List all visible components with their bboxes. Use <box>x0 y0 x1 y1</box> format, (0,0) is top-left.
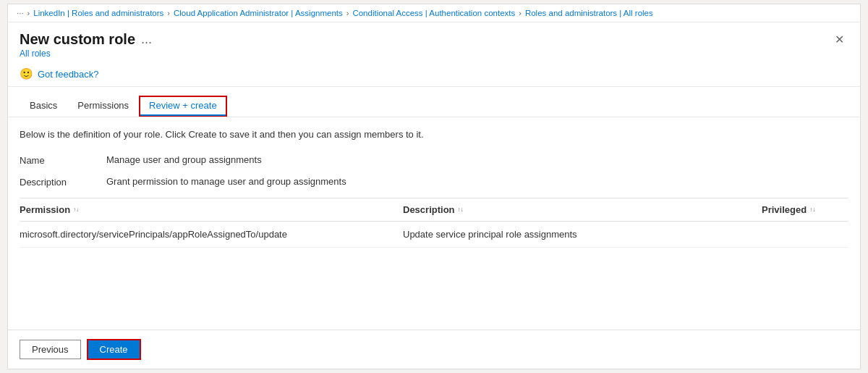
permission-sort-icon: ↑↓ <box>73 207 79 213</box>
close-button[interactable]: ✕ <box>830 31 848 48</box>
permission-column-header[interactable]: Permission ↑↓ <box>20 204 403 215</box>
description-column-header[interactable]: Description ↑↓ <box>403 204 762 215</box>
table-header: Permission ↑↓ Description ↑↓ Privileged … <box>20 198 848 222</box>
tab-review-create[interactable]: Review + create <box>139 96 227 117</box>
tab-permissions[interactable]: Permissions <box>67 96 139 117</box>
privileged-sort-icon: ↑↓ <box>809 207 815 213</box>
name-label: Name <box>20 154 106 166</box>
feedback-label: Got feedback? <box>38 69 99 80</box>
previous-button[interactable]: Previous <box>20 340 81 359</box>
table-row: microsoft.directory/servicePrincipals/ap… <box>20 222 848 248</box>
main-content: Below is the definition of your role. Cl… <box>8 117 860 330</box>
page-header: New custom role ... All roles ✕ <box>8 22 860 62</box>
privileged-column-header[interactable]: Privileged ↑↓ <box>762 204 848 215</box>
feedback-icon: 🙂 <box>20 67 33 80</box>
breadcrumb-dots[interactable]: ··· <box>17 9 24 17</box>
breadcrumb-item-cloud-app[interactable]: Cloud Application Administrator | Assign… <box>174 9 343 17</box>
name-field-row: Name Manage user and group assignments <box>20 154 848 166</box>
row-permission-value: microsoft.directory/servicePrincipals/ap… <box>20 229 403 240</box>
row-description-value: Update service principal role assignment… <box>403 229 762 240</box>
description-label: Description <box>20 176 106 188</box>
name-value: Manage user and group assignments <box>106 154 262 165</box>
feedback-bar[interactable]: 🙂 Got feedback? <box>8 62 860 87</box>
permissions-table: Permission ↑↓ Description ↑↓ Privileged … <box>20 198 848 248</box>
intro-text: Below is the definition of your role. Cl… <box>20 129 848 140</box>
create-button[interactable]: Create <box>87 339 141 360</box>
breadcrumb-item-conditional-access[interactable]: Conditional Access | Authentication cont… <box>352 9 515 17</box>
breadcrumb-item-all-roles[interactable]: Roles and administrators | All roles <box>525 9 653 17</box>
modal-window: ··· › LinkedIn | Roles and administrator… <box>7 4 861 369</box>
tab-basics[interactable]: Basics <box>20 96 67 117</box>
all-roles-link[interactable]: All roles <box>20 49 152 59</box>
more-options-icon[interactable]: ... <box>141 32 152 47</box>
breadcrumb: ··· › LinkedIn | Roles and administrator… <box>8 4 860 22</box>
footer: Previous Create <box>8 330 860 369</box>
description-sort-icon: ↑↓ <box>458 207 464 213</box>
description-field-row: Description Grant permission to manage u… <box>20 176 848 188</box>
tabs-container: Basics Permissions Review + create <box>8 87 860 117</box>
page-title: New custom role <box>20 31 135 48</box>
description-value: Grant permission to manage user and grou… <box>106 176 346 187</box>
breadcrumb-item-linkedin[interactable]: LinkedIn | Roles and administrators <box>33 9 163 17</box>
